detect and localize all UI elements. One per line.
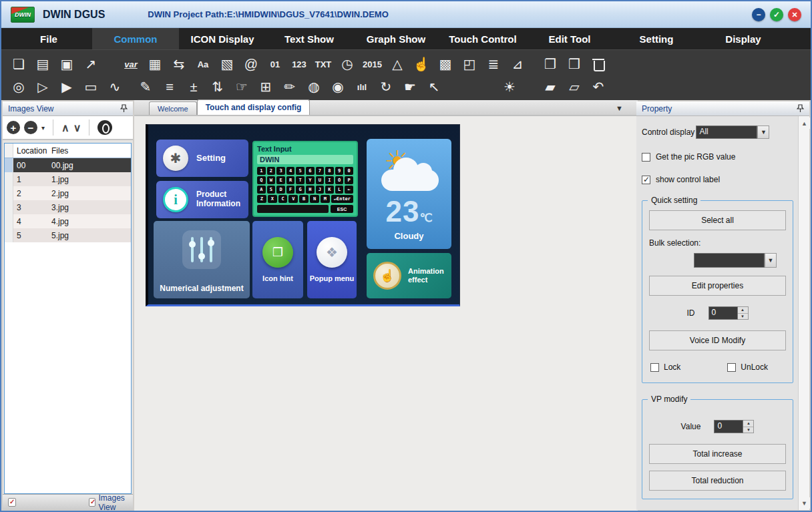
keyboard-row-qwerty[interactable]: QWERTYUIOP [257,176,353,184]
preview-numerical-adjustment-tile[interactable]: Numerical adjustment [154,221,250,298]
export-icon[interactable]: ↗ [82,55,99,73]
doc-edit-icon[interactable]: ✎ [137,77,154,96]
gesture-drag-icon[interactable]: ☛ [401,77,419,96]
bulk-selection-dropdown-icon[interactable]: ▼ [765,253,777,268]
lock-checkbox[interactable] [650,363,659,372]
disk-search-icon[interactable]: ◉ [329,77,347,96]
video-play-icon[interactable]: ▶ [58,77,75,96]
esc-key[interactable]: ESC [331,205,353,213]
print-icon[interactable]: ▣ [58,55,75,73]
voice-id-modify-button[interactable]: Voice ID Modify [649,330,786,350]
shapes-icon[interactable]: △ [389,55,406,73]
control-display-dropdown-icon[interactable]: ▼ [757,125,769,139]
image-transfer-icon[interactable]: ◰ [461,55,478,73]
get-pic-rgb-checkbox[interactable] [642,153,650,162]
table-row[interactable]: 55.jpg [5,228,131,242]
clock-icon[interactable]: ◷ [339,55,356,73]
unlock-checkbox[interactable] [727,363,736,372]
text-box-icon[interactable]: Aa [194,55,212,73]
preview-icon-hint-tile[interactable]: ❐ Icon hint [252,221,303,298]
tab-list-dropdown-icon[interactable]: ▼ [616,104,623,112]
table-grid-icon[interactable]: ⊞ [257,77,274,96]
value-input[interactable]: 0 [714,420,743,433]
binary-display-icon[interactable]: 01 [266,55,284,73]
menu-touch-control[interactable]: Touch Control [439,28,526,49]
pin-icon[interactable] [120,104,128,113]
tab-touch-and-display-config[interactable]: Touch and display config [197,99,311,115]
pages-filled-icon[interactable]: ▰ [542,77,559,96]
preview-weather-tile[interactable]: ☀ 23℃ Cloudy [367,139,451,249]
total-increase-button[interactable]: Total increase [649,444,786,464]
preview-setting-button[interactable]: ✱ Setting [156,140,248,177]
variable-icon[interactable]: var [122,55,140,73]
at-check-icon[interactable]: @ [242,55,260,73]
column-files[interactable]: Files [48,146,131,156]
text-file-icon[interactable]: TXT [315,55,332,73]
audio-wave-icon[interactable]: ılıl [353,77,371,96]
move-up-icon[interactable]: ∧ [61,121,69,134]
add-image-icon[interactable]: + [7,121,20,134]
menu-display[interactable]: Display [700,28,787,49]
pin-icon[interactable] [797,104,804,113]
table-row[interactable]: 0000.jpg [5,158,131,172]
panel-tab-images-view[interactable]: Images View [89,493,133,512]
mouse-move-icon[interactable]: ↖ [425,77,443,96]
edit-properties-button[interactable]: Edit properties [649,276,786,296]
qr-code-icon[interactable]: ▩ [437,55,454,73]
confirm-button[interactable]: ✓ [770,8,783,21]
pages-outline-icon[interactable]: ▱ [566,77,583,96]
pencil-icon[interactable]: ✏ [281,77,298,96]
keyboard-row-numbers[interactable]: 1234567890 [257,167,353,175]
table-row[interactable]: 33.jpg [5,200,131,214]
film-frames-icon[interactable]: ▦ [146,55,164,73]
undo-icon[interactable]: ↶ [590,77,607,96]
view-image-icon[interactable] [97,120,112,135]
menu-setting[interactable]: Setting [613,28,700,49]
total-reduction-button[interactable]: Total reduction [649,471,786,491]
hmi-page-preview[interactable]: ✱ Setting i Product Information Numerica… [146,124,460,306]
property-scrollbar[interactable]: ▲ ▼ [798,116,809,510]
keyboard-row-zxcv[interactable]: ZXCVBNM↵Enter [257,195,353,203]
panel-tab-other[interactable] [8,498,58,507]
bulk-selection-select[interactable] [694,253,765,268]
bullet-list-icon[interactable]: ≡ [161,77,178,96]
move-down-icon[interactable]: ∨ [73,121,81,134]
slider-vertical-icon[interactable]: ⇅ [209,77,226,96]
text-input-value[interactable]: DWIN [257,155,353,164]
gesture-rotate-icon[interactable]: ↻ [377,77,395,96]
keyboard-row-asdf[interactable]: ASDFGHJKL← [257,186,353,194]
search-document-icon[interactable]: ◎ [10,77,27,96]
show-control-label-checkbox[interactable] [642,176,650,184]
menu-graph-show[interactable]: Graph Show [353,28,439,49]
menu-common[interactable]: Common [92,28,179,49]
preview-animation-effect-tile[interactable]: ☝ Animation effect [367,253,451,298]
date-display-icon[interactable]: 2015 [363,55,382,73]
form-touch-icon[interactable]: ☝ [413,55,430,73]
value-spinner[interactable]: ▲▼ [743,420,754,433]
scroll-up-icon[interactable]: ▲ [799,117,810,129]
text-circle-icon[interactable]: ◍ [305,77,323,96]
minimize-button[interactable]: − [752,8,765,21]
close-button[interactable]: ✕ [788,8,801,21]
preview-product-info-button[interactable]: i Product Information [156,181,248,218]
plus-minus-icon[interactable]: ± [185,77,202,96]
table-row[interactable]: 22.jpg [5,186,131,200]
table-row[interactable]: 11.jpg [5,172,131,186]
id-input[interactable]: 0 [708,306,738,320]
menu-text-show[interactable]: Text Show [266,28,353,49]
scroll-down-icon[interactable]: ▼ [799,497,810,509]
stack-icon[interactable]: ≣ [485,55,502,73]
control-display-select[interactable]: All [696,125,757,139]
image-gallery-icon[interactable]: ▧ [218,55,236,73]
touch-gesture-icon[interactable]: ☞ [233,77,250,96]
screen-preview-icon[interactable]: ▭ [82,77,99,96]
column-location[interactable]: Location [13,146,48,156]
number-display-icon[interactable]: 123 [290,55,308,73]
select-all-button[interactable]: Select all [649,210,786,230]
chart-icon[interactable]: ⊿ [509,55,526,73]
menu-icon-display[interactable]: ICON Display [179,28,266,49]
slider-adjust-icon[interactable]: ⇆ [170,55,188,73]
remove-image-icon[interactable]: − [24,121,37,134]
copy-icon[interactable]: ❐ [542,55,559,73]
play-icon[interactable]: ▷ [34,77,51,96]
